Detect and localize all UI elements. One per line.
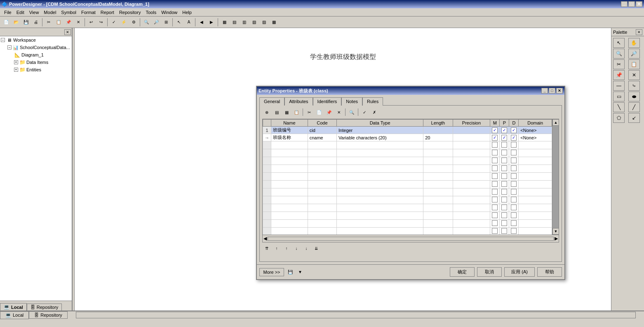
attr-hscroll[interactable]: ◀ ▶ bbox=[263, 235, 559, 242]
checkbox-m-2[interactable]: ✓ bbox=[492, 135, 498, 141]
cb[interactable] bbox=[492, 205, 498, 210]
cb[interactable] bbox=[511, 197, 517, 202]
cb[interactable] bbox=[492, 189, 498, 195]
col-precision[interactable]: Precision bbox=[453, 120, 490, 127]
tab-repository[interactable]: 🗄 Repository bbox=[27, 303, 62, 311]
move-up-one[interactable]: ↑ bbox=[282, 244, 291, 252]
col-domain[interactable]: Domain bbox=[519, 120, 552, 127]
tb-fit[interactable]: ⊞ bbox=[162, 18, 171, 27]
tb-check[interactable]: ✓ bbox=[109, 18, 118, 27]
dialog-maximize[interactable]: □ bbox=[549, 88, 555, 94]
tab-attributes[interactable]: Attributes bbox=[284, 97, 313, 106]
checkbox-m-1[interactable]: ✓ bbox=[492, 127, 498, 133]
cb[interactable] bbox=[492, 220, 498, 226]
tab-local[interactable]: 💻 Local bbox=[0, 303, 27, 311]
save-dropdown[interactable]: 💾 ▼ bbox=[286, 268, 305, 276]
bottom-scrollbar[interactable] bbox=[76, 312, 636, 318]
hscroll-left[interactable]: ◀ bbox=[263, 236, 267, 241]
cb[interactable] bbox=[501, 212, 507, 218]
checkbox-d-2[interactable]: ✓ bbox=[511, 135, 517, 141]
cb[interactable] bbox=[492, 150, 498, 155]
col-datatype[interactable]: Data Type bbox=[337, 120, 423, 127]
dialog-controls[interactable]: _ □ ✕ bbox=[541, 88, 563, 94]
expand-school[interactable]: − bbox=[7, 45, 12, 49]
attr-btn-props[interactable]: 📋 bbox=[292, 108, 301, 116]
tree-school-model[interactable]: − 📊 SchoolConceptualData... bbox=[0, 44, 72, 51]
row1-p[interactable]: ✓ bbox=[500, 127, 509, 134]
table-row-empty[interactable] bbox=[263, 220, 552, 228]
tb-cut[interactable]: ✂ bbox=[44, 18, 53, 27]
menu-model[interactable]: Model bbox=[41, 9, 59, 16]
empty-len[interactable] bbox=[423, 141, 453, 149]
cb[interactable] bbox=[492, 158, 498, 163]
row1-m[interactable]: ✓ bbox=[490, 127, 500, 134]
table-row[interactable]: 1 班级编号 cid Integer ✓ ✓ bbox=[263, 127, 552, 134]
cb[interactable] bbox=[492, 181, 498, 187]
palette-bend[interactable]: ↙ bbox=[628, 113, 640, 123]
tb-zoom-in[interactable]: 🔍 bbox=[142, 18, 151, 27]
tb-zoom-out[interactable]: 🔎 bbox=[152, 18, 161, 27]
cb[interactable] bbox=[511, 173, 517, 179]
cb[interactable] bbox=[501, 181, 507, 187]
attr-btn-paste[interactable]: 📌 bbox=[324, 108, 334, 116]
row1-code[interactable]: cid bbox=[308, 127, 336, 134]
menu-edit[interactable]: Edit bbox=[14, 9, 27, 16]
hscroll-bar[interactable] bbox=[268, 237, 554, 241]
cb[interactable] bbox=[501, 228, 507, 234]
cb[interactable] bbox=[511, 220, 517, 226]
table-row-empty[interactable] bbox=[263, 212, 552, 220]
cb[interactable] bbox=[501, 173, 507, 179]
cb[interactable] bbox=[492, 228, 498, 234]
cb[interactable] bbox=[501, 189, 507, 195]
tb-impact[interactable]: ⚡ bbox=[119, 18, 128, 27]
empty-dom[interactable] bbox=[519, 141, 552, 149]
move-down[interactable]: ↓ bbox=[292, 244, 301, 252]
attr-btn-add[interactable]: ⊕ bbox=[262, 108, 271, 116]
table-row-empty[interactable] bbox=[263, 149, 552, 157]
palette-link2[interactable]: ⤷ bbox=[628, 81, 640, 91]
tb-text[interactable]: A bbox=[184, 18, 193, 27]
attr-btn-uncheck-all[interactable]: ✗ bbox=[370, 108, 379, 116]
attr-btn-cut[interactable]: ✂ bbox=[305, 108, 314, 116]
tb-next[interactable]: ▶ bbox=[207, 18, 216, 27]
cancel-button[interactable]: 取消 bbox=[477, 267, 502, 277]
empty-prec[interactable] bbox=[453, 141, 490, 149]
attr-btn-insert-row[interactable]: ▤ bbox=[272, 108, 281, 116]
cb[interactable] bbox=[501, 220, 507, 226]
col-length[interactable]: Length bbox=[423, 120, 453, 127]
cb[interactable] bbox=[511, 181, 517, 187]
hscroll-right[interactable]: ▶ bbox=[555, 236, 558, 241]
empty-code[interactable] bbox=[308, 141, 336, 149]
row2-code[interactable]: cname bbox=[308, 134, 336, 141]
cb[interactable] bbox=[511, 150, 517, 155]
tb-save[interactable]: 💾 bbox=[21, 18, 31, 27]
row2-name[interactable]: 班级名称 bbox=[271, 134, 308, 141]
canvas-area[interactable]: 学生教师班级数据模型 Entity Properties - 班级表 (clas… bbox=[75, 28, 611, 311]
tb-open[interactable]: 📂 bbox=[12, 18, 21, 27]
checkbox-d-1[interactable]: ✓ bbox=[511, 127, 517, 133]
close-btn[interactable]: ✕ bbox=[636, 1, 642, 7]
col-code[interactable]: Code bbox=[308, 120, 336, 127]
tb-extra5[interactable]: ▨ bbox=[259, 18, 268, 27]
help-button[interactable]: 帮助 bbox=[537, 267, 562, 277]
palette-line1[interactable]: ╲ bbox=[613, 102, 625, 112]
palette-hand[interactable]: ✋ bbox=[628, 38, 640, 48]
expand-workspace[interactable]: − bbox=[1, 38, 5, 42]
cb[interactable] bbox=[501, 197, 507, 202]
palette-copy[interactable]: 📋 bbox=[628, 59, 640, 69]
palette-poly[interactable]: ⬠ bbox=[613, 113, 625, 123]
row2-length[interactable]: 20 bbox=[423, 134, 453, 141]
checkbox-p-2[interactable]: ✓ bbox=[501, 135, 507, 141]
cb[interactable] bbox=[511, 212, 517, 218]
vscroll-down[interactable]: ▼ bbox=[552, 228, 559, 235]
menu-tools[interactable]: Tools bbox=[143, 9, 159, 16]
row2-p[interactable]: ✓ bbox=[500, 134, 509, 141]
empty-name[interactable] bbox=[271, 141, 308, 149]
cb[interactable] bbox=[501, 150, 507, 155]
save-icon[interactable]: 💾 bbox=[286, 268, 295, 276]
cb[interactable] bbox=[511, 158, 517, 163]
menu-report[interactable]: Report bbox=[98, 9, 117, 16]
table-row[interactable]: → 班级名称 cname Variable characters (20) 20… bbox=[263, 134, 552, 141]
tb-new[interactable]: 📄 bbox=[2, 18, 11, 27]
apply-button[interactable]: 应用 (A) bbox=[504, 267, 535, 277]
